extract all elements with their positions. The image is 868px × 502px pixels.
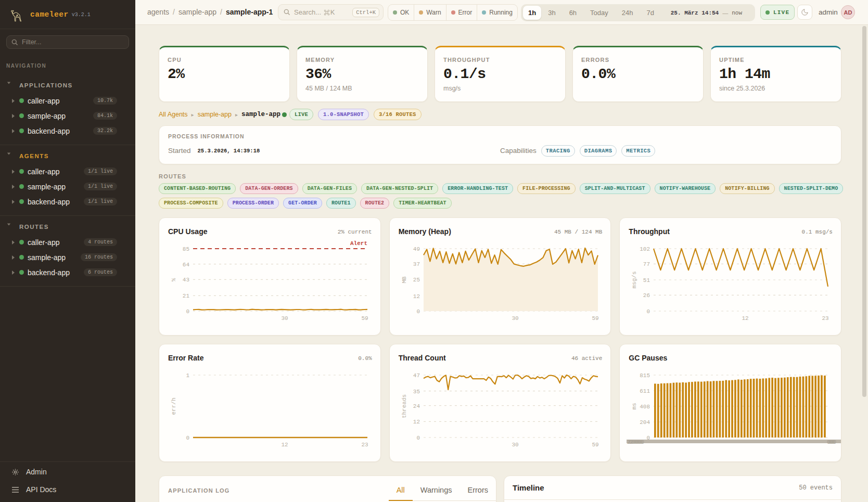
svg-text:37: 37 xyxy=(413,261,419,267)
svg-text:ms: ms xyxy=(631,403,637,409)
svg-text:12: 12 xyxy=(281,442,288,448)
svg-text:59: 59 xyxy=(592,442,598,448)
svg-text:24: 24 xyxy=(413,403,420,409)
svg-text:23: 23 xyxy=(822,315,829,321)
svg-text:Alert: Alert xyxy=(350,240,367,247)
svg-text:408: 408 xyxy=(640,404,650,410)
svg-text:77: 77 xyxy=(643,261,650,267)
svg-text:47: 47 xyxy=(413,372,419,379)
svg-text:25: 25 xyxy=(413,277,419,283)
svg-text:85: 85 xyxy=(183,246,189,252)
svg-text:msg/s: msg/s xyxy=(631,271,637,288)
svg-text:51: 51 xyxy=(643,277,650,284)
svg-text:0: 0 xyxy=(186,435,189,441)
svg-text:0: 0 xyxy=(186,308,189,315)
svg-text:0: 0 xyxy=(647,308,650,315)
svg-text:2020000000: 2020000000 xyxy=(627,440,644,445)
svg-text:12: 12 xyxy=(413,419,419,425)
svg-text:12: 12 xyxy=(742,315,749,321)
svg-text:23: 23 xyxy=(361,442,368,448)
svg-text:30: 30 xyxy=(512,315,518,321)
svg-text:43: 43 xyxy=(183,277,189,283)
svg-text:12: 12 xyxy=(413,293,419,300)
svg-text:611: 611 xyxy=(640,388,650,394)
svg-text:1: 1 xyxy=(186,372,189,379)
svg-text:MB: MB xyxy=(401,276,407,284)
svg-text:64: 64 xyxy=(183,262,190,268)
svg-text:30: 30 xyxy=(281,315,288,321)
svg-text:err/h: err/h xyxy=(171,397,177,415)
svg-text:30: 30 xyxy=(512,442,518,448)
svg-text:26: 26 xyxy=(643,292,650,299)
svg-text:%: % xyxy=(171,278,177,281)
svg-text:815: 815 xyxy=(640,372,650,379)
svg-text:0: 0 xyxy=(416,435,420,441)
svg-text:102: 102 xyxy=(640,246,650,252)
svg-text:49: 49 xyxy=(413,246,419,252)
svg-text:21: 21 xyxy=(183,293,190,299)
svg-text:35: 35 xyxy=(413,389,419,395)
svg-text:204: 204 xyxy=(640,419,650,426)
svg-text:0: 0 xyxy=(416,308,420,315)
svg-text:59: 59 xyxy=(361,315,368,321)
svg-text:59: 59 xyxy=(592,315,598,321)
svg-text:threads: threads xyxy=(401,394,407,418)
